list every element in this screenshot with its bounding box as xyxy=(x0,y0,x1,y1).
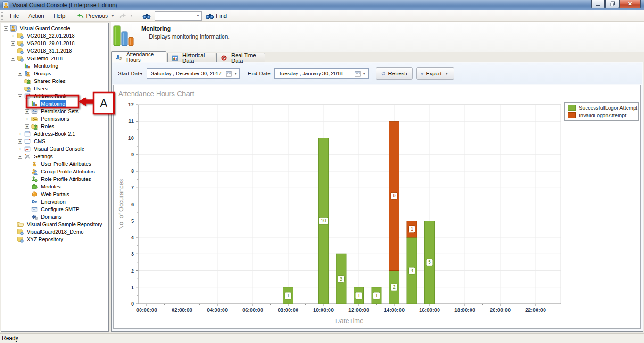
tree-item-permission-sets[interactable]: +Permission Sets xyxy=(1,107,108,115)
tree-item-monitoring[interactable]: Monitoring xyxy=(1,62,108,70)
tree-item-group-profile-attributes[interactable]: Group Profile Attributes xyxy=(1,168,108,175)
export-dropdown-icon[interactable]: ▼ xyxy=(445,72,449,76)
tree-item-label: Permission Sets xyxy=(40,108,80,114)
calendar-icon xyxy=(226,71,232,77)
tree-item-label: Address-Book 2.1 xyxy=(33,131,76,137)
filter-bar: Start Date Saturday , December 30, 2017 … xyxy=(112,63,642,84)
tree-item-vg2018-29-01-2018[interactable]: +VG2018_29.01.2018 xyxy=(1,40,108,47)
legend-item-successfulllogonattempt: SuccessfullLogonAttempt xyxy=(568,105,636,111)
collapse-icon[interactable]: − xyxy=(11,57,15,61)
expand-icon[interactable]: + xyxy=(11,34,15,38)
refresh-button[interactable]: Refresh xyxy=(376,67,413,80)
expand-icon[interactable]: + xyxy=(18,139,22,144)
tree-item-role-profile-attributes[interactable]: Role Profile Attributes xyxy=(1,175,108,183)
tree-item-users[interactable]: Users xyxy=(1,85,108,92)
tree-item-visual-guard-console[interactable]: −Visual Guard Console xyxy=(1,24,108,32)
tree-item-monitoring[interactable]: Monitoring xyxy=(1,100,108,107)
tree-item-vgdemo-2018[interactable]: −VGDemo_2018 xyxy=(1,55,108,62)
tree-item-permissions[interactable]: +Permissions xyxy=(1,115,108,122)
previous-label: Previous xyxy=(86,13,108,19)
next-button[interactable]: ▼ xyxy=(117,12,136,20)
restore-button[interactable] xyxy=(605,0,619,8)
previous-button[interactable]: Previous ▼ xyxy=(74,12,117,20)
expand-icon[interactable]: + xyxy=(11,41,15,46)
expand-icon[interactable]: + xyxy=(18,72,22,76)
monitoring-icon xyxy=(24,63,31,69)
find-button[interactable]: Find xyxy=(203,12,229,20)
tree-item-configure-smtp[interactable]: Configure SMTP xyxy=(1,205,108,213)
tree-item-visualguard2018-demo[interactable]: VisualGuard2018_Demo xyxy=(1,228,108,236)
tree-item-shared-roles[interactable]: Shared Roles xyxy=(1,77,108,85)
find-input[interactable] xyxy=(155,12,195,20)
svg-text:3: 3 xyxy=(340,277,343,282)
legend-swatch xyxy=(568,105,576,111)
end-date-picker[interactable]: Tuesday , January 30, 2018 ▼ xyxy=(274,68,369,79)
tree-item-xyz-repository[interactable]: XYZ Repository xyxy=(1,236,108,243)
tree-item-roles[interactable]: +Roles xyxy=(1,122,108,130)
tree-item-vg2018-31-1-2018[interactable]: VG2018_31.1.2018 xyxy=(1,47,108,55)
expand-icon[interactable]: + xyxy=(25,109,29,114)
export-button[interactable]: Export ▼ xyxy=(416,67,454,80)
expand-icon[interactable]: + xyxy=(18,132,22,136)
title-bar[interactable]: Visual Guard Console (Enterprise Edition… xyxy=(0,0,644,10)
tree-item-groups[interactable]: +Groups xyxy=(1,70,108,77)
legend-swatch xyxy=(568,112,576,118)
tab-attendance-hours[interactable]: Attendance Hours xyxy=(111,51,166,62)
tab-historical-data[interactable]: Historical Data xyxy=(167,53,215,62)
minimize-button[interactable] xyxy=(591,0,605,8)
collapse-icon[interactable]: − xyxy=(4,26,8,31)
start-date-dropdown-icon[interactable]: ▼ xyxy=(234,72,238,76)
tree-item-domains[interactable]: Domains xyxy=(1,213,108,220)
tab-real-time-data[interactable]: Real Time Data xyxy=(216,53,265,62)
svg-text:1: 1 xyxy=(287,293,289,298)
tree-item-address-book[interactable]: −Address-Book xyxy=(1,92,108,100)
tree-item-encryption[interactable]: Encryption xyxy=(1,198,108,205)
export-icon xyxy=(421,70,424,77)
status-text: Ready xyxy=(2,335,18,342)
end-date-dropdown-icon[interactable]: ▼ xyxy=(363,72,366,76)
tree-item-user-profile-attributes[interactable]: User Profile Attributes xyxy=(1,160,108,168)
tree-item-label: Visual Guard Console xyxy=(18,25,72,32)
tree-item-label: User Profile Attributes xyxy=(40,161,92,167)
tree-item-visual-guard-sample-repository[interactable]: Visual Guard Sample Repository xyxy=(1,220,108,228)
svg-text:5: 5 xyxy=(131,218,134,224)
collapse-icon[interactable]: − xyxy=(18,94,22,98)
toolbar-grip[interactable] xyxy=(1,12,3,20)
monitoring-header-icon xyxy=(112,24,137,49)
tree-item-label: Visual Guard Console xyxy=(33,146,86,152)
find-combobox[interactable]: ▼ xyxy=(155,11,202,21)
search-scope-button[interactable] xyxy=(140,12,153,20)
tree-item-vg2018-22-01-2018[interactable]: +VG2018_22.01.2018 xyxy=(1,32,108,40)
expand-icon[interactable]: + xyxy=(25,117,29,121)
start-date-picker[interactable]: Saturday , December 30, 2017 ▼ xyxy=(147,68,240,79)
tree-item-modules[interactable]: Modules xyxy=(1,183,108,190)
svg-text:8: 8 xyxy=(131,168,134,174)
expand-icon[interactable]: + xyxy=(25,124,29,129)
menu-item-file[interactable]: File xyxy=(5,11,24,21)
page-subtitle: Displays monitoring information. xyxy=(149,33,230,40)
tree-item-label: Roles xyxy=(40,123,56,130)
previous-dropdown-icon: ▼ xyxy=(111,14,115,18)
menu-item-action[interactable]: Action xyxy=(24,11,49,21)
tree-item-cms[interactable]: +CMS xyxy=(1,138,108,145)
svg-text:0: 0 xyxy=(131,301,134,307)
tree-item-visual-guard-console[interactable]: +Visual Guard Console xyxy=(1,145,108,153)
repository-icon xyxy=(17,229,24,235)
shared-roles-icon xyxy=(24,78,31,84)
collapse-icon[interactable]: − xyxy=(18,155,22,159)
expand-icon[interactable]: + xyxy=(18,147,22,151)
chart-legend: SuccessfullLogonAttemptInvalidLogonAttem… xyxy=(564,102,639,121)
menu-item-help[interactable]: Help xyxy=(49,11,70,21)
export-label: Export xyxy=(426,71,442,76)
app-logo-icon xyxy=(2,1,9,8)
svg-text:22:00:00: 22:00:00 xyxy=(525,307,546,313)
close-button[interactable]: ✕ xyxy=(619,0,641,8)
svg-text:10:00:00: 10:00:00 xyxy=(313,307,334,313)
historical-icon xyxy=(172,55,178,61)
tree-item-settings[interactable]: −Settings xyxy=(1,153,108,160)
tree-item-address-book-2-1[interactable]: +Address-Book 2.1 xyxy=(1,130,108,138)
status-bar: Ready xyxy=(0,333,644,343)
tree-item-label: Visual Guard Sample Repository xyxy=(25,221,103,228)
attendance-icon xyxy=(116,54,122,60)
tree-item-web-portals[interactable]: Web Portals xyxy=(1,190,108,198)
